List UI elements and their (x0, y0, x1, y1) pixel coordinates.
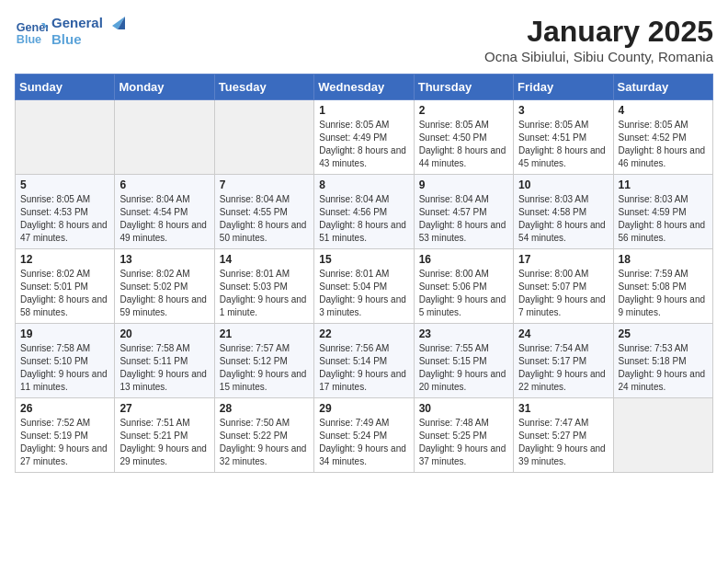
day-number: 15 (319, 253, 408, 266)
day-number: 19 (20, 327, 109, 340)
calendar-cell: 8Sunrise: 8:04 AM Sunset: 4:56 PM Daylig… (314, 175, 414, 249)
day-number: 27 (119, 402, 209, 415)
day-info: Sunrise: 7:50 AM Sunset: 5:22 PM Dayligh… (220, 417, 309, 468)
day-info: Sunrise: 8:04 AM Sunset: 4:54 PM Dayligh… (119, 193, 209, 245)
day-info: Sunrise: 7:57 AM Sunset: 5:12 PM Dayligh… (220, 342, 309, 394)
day-number: 20 (119, 327, 209, 340)
calendar-cell: 17Sunrise: 8:00 AM Sunset: 5:07 PM Dayli… (514, 249, 613, 324)
day-info: Sunrise: 7:56 AM Sunset: 5:14 PM Dayligh… (319, 342, 408, 394)
day-info: Sunrise: 7:58 AM Sunset: 5:11 PM Dayligh… (119, 342, 209, 394)
weekday-header-monday: Monday (115, 75, 214, 100)
calendar-cell: 28Sunrise: 7:50 AM Sunset: 5:22 PM Dayli… (214, 398, 313, 473)
day-info: Sunrise: 7:49 AM Sunset: 5:24 PM Dayligh… (319, 417, 408, 468)
calendar-cell: 9Sunrise: 8:04 AM Sunset: 4:57 PM Daylig… (414, 175, 513, 249)
location-title: Ocna Sibiului, Sibiu County, Romania (484, 49, 713, 64)
calendar-cell: 11Sunrise: 8:03 AM Sunset: 4:59 PM Dayli… (613, 175, 712, 249)
day-info: Sunrise: 7:54 AM Sunset: 5:17 PM Dayligh… (518, 342, 608, 394)
week-row-2: 5Sunrise: 8:05 AM Sunset: 4:53 PM Daylig… (16, 175, 713, 249)
week-row-1: 1Sunrise: 8:05 AM Sunset: 4:49 PM Daylig… (16, 100, 713, 175)
calendar-cell: 4Sunrise: 8:05 AM Sunset: 4:52 PM Daylig… (613, 100, 712, 175)
month-title: January 2025 (484, 15, 713, 49)
calendar-cell: 24Sunrise: 7:54 AM Sunset: 5:17 PM Dayli… (514, 324, 613, 398)
day-number: 21 (220, 327, 309, 340)
day-info: Sunrise: 8:01 AM Sunset: 5:04 PM Dayligh… (319, 268, 408, 319)
calendar-cell: 1Sunrise: 8:05 AM Sunset: 4:49 PM Daylig… (314, 100, 414, 175)
day-info: Sunrise: 8:00 AM Sunset: 5:07 PM Dayligh… (518, 268, 608, 319)
day-info: Sunrise: 8:04 AM Sunset: 4:56 PM Dayligh… (319, 193, 408, 245)
calendar-cell: 12Sunrise: 8:02 AM Sunset: 5:01 PM Dayli… (16, 249, 115, 324)
svg-text:Blue: Blue (17, 33, 41, 46)
day-info: Sunrise: 8:00 AM Sunset: 5:06 PM Dayligh… (419, 268, 508, 319)
calendar-cell: 5Sunrise: 8:05 AM Sunset: 4:53 PM Daylig… (16, 175, 115, 249)
day-number: 10 (518, 178, 608, 191)
calendar-cell: 27Sunrise: 7:51 AM Sunset: 5:21 PM Dayli… (115, 398, 214, 473)
day-number: 23 (419, 327, 508, 340)
day-info: Sunrise: 8:03 AM Sunset: 4:58 PM Dayligh… (518, 193, 608, 245)
day-number: 9 (419, 178, 508, 191)
day-number: 7 (220, 178, 309, 191)
calendar-cell: 10Sunrise: 8:03 AM Sunset: 4:58 PM Dayli… (514, 175, 613, 249)
week-row-4: 19Sunrise: 7:58 AM Sunset: 5:10 PM Dayli… (16, 324, 713, 398)
calendar-table: SundayMondayTuesdayWednesdayThursdayFrid… (15, 74, 713, 473)
day-info: Sunrise: 8:05 AM Sunset: 4:52 PM Dayligh… (619, 119, 708, 170)
day-number: 26 (20, 402, 109, 415)
calendar-cell (214, 100, 313, 175)
weekday-header-row: SundayMondayTuesdayWednesdayThursdayFrid… (16, 75, 713, 100)
calendar-cell: 14Sunrise: 8:01 AM Sunset: 5:03 PM Dayli… (214, 249, 313, 324)
day-info: Sunrise: 8:05 AM Sunset: 4:49 PM Dayligh… (319, 119, 408, 170)
logo: General Blue General Blue (15, 15, 125, 48)
calendar-cell (613, 398, 712, 473)
day-info: Sunrise: 7:53 AM Sunset: 5:18 PM Dayligh… (619, 342, 708, 394)
day-info: Sunrise: 7:51 AM Sunset: 5:21 PM Dayligh… (119, 417, 209, 468)
week-row-5: 26Sunrise: 7:52 AM Sunset: 5:19 PM Dayli… (16, 398, 713, 473)
day-number: 13 (119, 253, 209, 266)
day-info: Sunrise: 8:03 AM Sunset: 4:59 PM Dayligh… (619, 193, 708, 245)
day-number: 29 (319, 402, 408, 415)
calendar-cell: 15Sunrise: 8:01 AM Sunset: 5:04 PM Dayli… (314, 249, 414, 324)
day-number: 1 (319, 104, 408, 117)
calendar-cell: 18Sunrise: 7:59 AM Sunset: 5:08 PM Dayli… (613, 249, 712, 324)
logo-icon: General Blue (15, 15, 48, 48)
calendar-cell: 7Sunrise: 8:04 AM Sunset: 4:55 PM Daylig… (214, 175, 313, 249)
calendar-cell: 20Sunrise: 7:58 AM Sunset: 5:11 PM Dayli… (115, 324, 214, 398)
day-info: Sunrise: 8:02 AM Sunset: 5:01 PM Dayligh… (20, 268, 109, 319)
day-number: 28 (220, 402, 309, 415)
weekday-header-thursday: Thursday (414, 75, 513, 100)
day-info: Sunrise: 7:58 AM Sunset: 5:10 PM Dayligh… (20, 342, 109, 394)
day-number: 30 (419, 402, 508, 415)
day-number: 6 (119, 178, 209, 191)
day-info: Sunrise: 7:48 AM Sunset: 5:25 PM Dayligh… (419, 417, 508, 468)
calendar-cell: 16Sunrise: 8:00 AM Sunset: 5:06 PM Dayli… (414, 249, 513, 324)
day-info: Sunrise: 8:02 AM Sunset: 5:02 PM Dayligh… (119, 268, 209, 319)
day-info: Sunrise: 7:59 AM Sunset: 5:08 PM Dayligh… (619, 268, 708, 319)
calendar-cell: 30Sunrise: 7:48 AM Sunset: 5:25 PM Dayli… (414, 398, 513, 473)
day-number: 14 (220, 253, 309, 266)
weekday-header-sunday: Sunday (16, 75, 115, 100)
day-number: 5 (20, 178, 109, 191)
day-info: Sunrise: 8:04 AM Sunset: 4:55 PM Dayligh… (220, 193, 309, 245)
day-number: 18 (619, 253, 708, 266)
day-number: 3 (518, 104, 608, 117)
day-number: 8 (319, 178, 408, 191)
calendar-cell: 19Sunrise: 7:58 AM Sunset: 5:10 PM Dayli… (16, 324, 115, 398)
day-number: 22 (319, 327, 408, 340)
calendar-cell: 26Sunrise: 7:52 AM Sunset: 5:19 PM Dayli… (16, 398, 115, 473)
week-row-3: 12Sunrise: 8:02 AM Sunset: 5:01 PM Dayli… (16, 249, 713, 324)
logo-bird-icon (105, 13, 125, 33)
logo-blue: Blue (51, 31, 103, 48)
calendar-cell (115, 100, 214, 175)
day-number: 25 (619, 327, 708, 340)
logo-general: General (51, 15, 103, 31)
day-info: Sunrise: 8:04 AM Sunset: 4:57 PM Dayligh… (419, 193, 508, 245)
calendar-cell: 21Sunrise: 7:57 AM Sunset: 5:12 PM Dayli… (214, 324, 313, 398)
day-info: Sunrise: 8:05 AM Sunset: 4:51 PM Dayligh… (518, 119, 608, 170)
weekday-header-wednesday: Wednesday (314, 75, 414, 100)
day-number: 11 (619, 178, 708, 191)
calendar-cell: 29Sunrise: 7:49 AM Sunset: 5:24 PM Dayli… (314, 398, 414, 473)
day-number: 4 (619, 104, 708, 117)
day-info: Sunrise: 8:01 AM Sunset: 5:03 PM Dayligh… (220, 268, 309, 319)
day-info: Sunrise: 8:05 AM Sunset: 4:53 PM Dayligh… (20, 193, 109, 245)
calendar-cell: 22Sunrise: 7:56 AM Sunset: 5:14 PM Dayli… (314, 324, 414, 398)
day-number: 2 (419, 104, 508, 117)
day-info: Sunrise: 7:55 AM Sunset: 5:15 PM Dayligh… (419, 342, 508, 394)
